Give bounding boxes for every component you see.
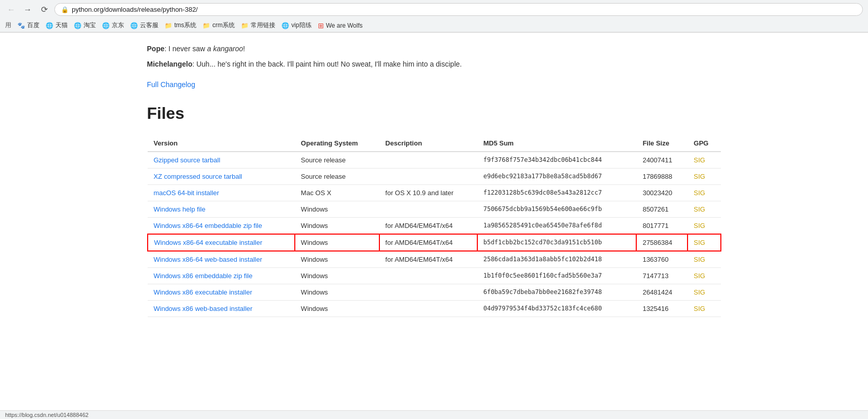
reload-button[interactable]: ⟳ [38,4,50,16]
cell-size: 17869888 [636,168,688,184]
cell-desc [379,201,477,217]
yunkefu-icon: 🌐 [130,22,138,29]
cell-size: 8507261 [636,201,688,217]
version-link[interactable]: Windows x86-64 web-based installer [154,256,263,263]
cell-os: Windows [295,217,379,234]
tianmao-icon: 🌐 [46,22,53,29]
table-row: Windows x86-64 embeddable zip fileWindow… [148,217,721,234]
version-link[interactable]: Windows x86 executable installer [154,288,252,296]
table-header: Version Operating System Description MD5… [148,135,721,152]
cell-gpg: SIG [688,152,720,169]
bookmark-vip[interactable]: 🌐 vip陪练 [281,21,311,30]
address-bar[interactable]: 🔒 python.org/downloads/release/python-38… [54,3,863,16]
cell-size: 24007411 [636,152,688,169]
cell-size: 26481424 [636,284,688,300]
cell-desc: for OS X 10.9 and later [379,184,477,201]
cell-md5: 7506675dcbb9a1569b54e600ae66c9fb [477,201,637,217]
cell-md5: e9d6ebc92183a177b8e8a58cad5b8d67 [477,168,637,184]
files-tbody: Gzipped source tarballSource releasef9f3… [148,152,721,317]
table-row: Windows help fileWindows7506675dcbb9a156… [148,201,721,217]
cell-version: Windows x86 web-based installer [148,300,295,317]
version-link[interactable]: Gzipped source tarball [154,156,220,164]
status-bar: https://blog.csdn.net/u014888462 [0,410,868,411]
pope-speaker: Pope [147,45,165,53]
version-link[interactable]: macOS 64-bit installer [154,189,219,197]
quote-section: Pope: I never saw a kangaroo! Michelange… [147,43,721,70]
cell-size: 1363760 [636,251,688,268]
version-link[interactable]: Windows x86 web-based installer [154,305,253,312]
back-button[interactable]: ← [5,4,17,16]
address-text: python.org/downloads/release/python-382/ [72,6,198,13]
cell-version: macOS 64-bit installer [148,184,295,201]
cell-gpg: SIG [688,184,720,201]
cell-size: 1325416 [636,300,688,317]
cell-gpg: SIG [688,284,720,300]
jingdong-label: 京东 [112,21,124,30]
sig-link[interactable]: SIG [694,288,705,296]
sig-link[interactable]: SIG [694,239,705,246]
cell-os: Windows [295,267,379,284]
cell-version: Gzipped source tarball [148,152,295,169]
cell-version: Windows help file [148,201,295,217]
sig-link[interactable]: SIG [694,256,705,263]
vip-label: vip陪练 [291,21,311,30]
cell-size: 27586384 [636,234,688,251]
bookmark-crm[interactable]: 📁 crm系统 [203,21,235,30]
bookmark-yunkefu[interactable]: 🌐 云客服 [130,21,158,30]
files-heading: Files [147,104,721,123]
browser-chrome: ← → ⟳ 🔒 python.org/downloads/release/pyt… [0,0,868,33]
cell-version: Windows x86-64 web-based installer [148,251,295,268]
bookmark-jingdong[interactable]: 🌐 京东 [102,21,124,30]
version-link[interactable]: Windows help file [154,205,206,213]
version-link[interactable]: Windows x86 embeddable zip file [154,272,253,280]
sig-link[interactable]: SIG [694,305,705,312]
bookmark-taobao[interactable]: 🌐 淘宝 [74,21,96,30]
yunkefu-label: 云客服 [140,21,158,30]
cell-gpg: SIG [688,251,720,268]
table-row: Windows x86-64 web-based installerWindow… [148,251,721,268]
bookmark-tianmao[interactable]: 🌐 天猫 [46,21,68,30]
cell-desc [379,300,477,317]
table-row: Windows x86 web-based installerWindows04… [148,300,721,317]
sig-link[interactable]: SIG [694,156,705,164]
cell-gpg: SIG [688,201,720,217]
version-link[interactable]: XZ compressed source tarball [154,173,243,180]
bookmarks-label: 用 [5,21,11,30]
sig-link[interactable]: SIG [694,205,705,213]
tianmao-label: 天猫 [55,21,68,30]
cell-gpg: SIG [688,267,720,284]
version-link[interactable]: Windows x86-64 executable installer [154,239,263,246]
sig-link[interactable]: SIG [694,173,705,180]
cell-md5: 1a98565285491c0ea65450e78afe6f8d [477,217,637,234]
full-changelog-link[interactable]: Full Changelog [147,80,195,89]
cell-os: Windows [295,300,379,317]
sig-link[interactable]: SIG [694,189,705,197]
taobao-icon: 🌐 [74,22,82,29]
baidu-label: 百度 [27,21,39,30]
version-link[interactable]: Windows x86-64 embeddable zip file [154,222,263,229]
sig-link[interactable]: SIG [694,272,705,280]
page-content: Pope: I never saw a kangaroo! Michelange… [127,33,742,338]
forward-button[interactable]: → [22,4,34,16]
bookmark-baidu[interactable]: 🐾 百度 [17,21,39,30]
michelangelo-quote: : Uuh... he's right in the back. I'll pa… [192,60,461,68]
cell-size: 7147713 [636,267,688,284]
col-version: Version [148,135,295,152]
wolfs-label: We are Wolfs [326,22,363,29]
bookmark-tms[interactable]: 📁 tms系统 [165,21,196,30]
vip-icon: 🌐 [281,22,289,29]
bookmark-links[interactable]: 📁 常用链接 [241,21,275,30]
bookmark-wolfs[interactable]: ⊞ We are Wolfs [318,22,363,30]
col-md5: MD5 Sum [477,135,637,152]
cell-md5: f12203128b5c639dc08e5a43a2812cc7 [477,184,637,201]
sig-link[interactable]: SIG [694,222,705,229]
cell-version: Windows x86 embeddable zip file [148,267,295,284]
cell-os: Source release [295,168,379,184]
michelangelo-speaker: Michelangelo [147,60,193,68]
cell-os: Windows [295,284,379,300]
col-size: File Size [636,135,688,152]
bookmarks-bar: 用 🐾 百度 🌐 天猫 🌐 淘宝 🌐 京东 🌐 云客服 📁 tms系统 📁 cr… [0,19,868,32]
table-row: Gzipped source tarballSource releasef9f3… [148,152,721,169]
crm-label: crm系统 [212,21,235,30]
table-row: Windows x86 embeddable zip fileWindows1b… [148,267,721,284]
